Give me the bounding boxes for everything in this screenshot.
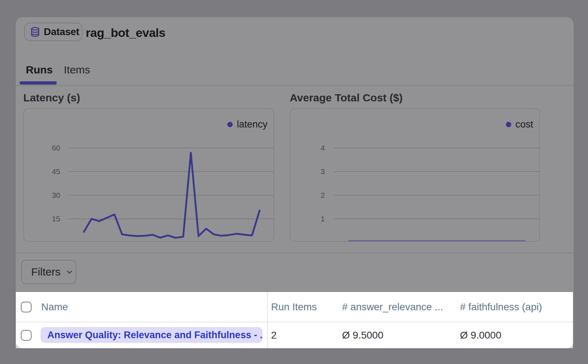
run-items-cell: 2 (271, 322, 277, 348)
svg-text:15: 15 (52, 215, 60, 223)
column-header-run-items: Run Items (271, 292, 317, 322)
database-icon (30, 27, 41, 37)
filters-button[interactable]: Filters (21, 260, 76, 284)
svg-text:4: 4 (321, 144, 325, 152)
cost-legend-label: cost (515, 119, 533, 130)
cost-legend: cost (506, 119, 533, 130)
run-name-link[interactable]: Answer Quality: Relevance and Faithfulne… (41, 327, 262, 343)
runs-table: Name Run Items # answer_relevance ... # … (16, 292, 574, 348)
tabs-divider (16, 85, 574, 86)
dataset-badge: Dataset (24, 23, 82, 41)
active-tab-indicator (20, 81, 57, 85)
select-all-checkbox[interactable] (21, 302, 32, 312)
badge-label: Dataset (44, 26, 79, 38)
svg-text:45: 45 (52, 167, 60, 176)
dim-overlay-bottom (0, 348, 588, 364)
latency-legend-label: latency (237, 119, 267, 130)
cost-chart-canvas: 1234 (290, 109, 540, 242)
charts-section-divider (16, 253, 574, 253)
dim-overlay-left (0, 292, 16, 348)
cost-chart-card: 1234 cost (290, 108, 540, 242)
svg-text:30: 30 (52, 191, 60, 199)
svg-text:60: 60 (52, 144, 60, 152)
column-header-name: Name (41, 292, 68, 322)
svg-text:1: 1 (321, 215, 325, 223)
tab-items[interactable]: Items (64, 64, 90, 76)
table-header-row: Name Run Items # answer_relevance ... # … (16, 292, 574, 322)
faithfulness-cell: Ø 9.0000 (460, 322, 501, 348)
dataset-panel: Dataset rag_bot_evals Runs Items Latency… (16, 17, 574, 348)
column-header-answer-relevance: # answer_relevance ... (342, 292, 443, 322)
page-title: rag_bot_evals (86, 26, 165, 40)
run-name-label: Answer Quality: Relevance and Faithfulne… (47, 330, 262, 341)
cost-chart-title: Average Total Cost ($) (290, 92, 403, 104)
cost-legend-dot-icon (506, 122, 511, 127)
svg-text:2: 2 (321, 191, 325, 199)
dim-overlay-right (573, 292, 588, 348)
column-header-faithfulness: # faithfulness (api) (460, 292, 542, 322)
svg-text:3: 3 (321, 167, 325, 176)
filters-button-label: Filters (31, 266, 61, 278)
latency-legend-dot-icon (227, 122, 233, 127)
answer-relevance-cell: Ø 9.5000 (342, 322, 383, 348)
tab-runs[interactable]: Runs (26, 64, 53, 76)
latency-chart-title: Latency (s) (23, 92, 80, 104)
row-checkbox[interactable] (21, 330, 32, 341)
latency-legend: latency (227, 119, 267, 130)
latency-chart-card: 15304560 latency (23, 108, 274, 242)
table-row: Answer Quality: Relevance and Faithfulne… (16, 322, 574, 348)
chevron-down-icon (65, 268, 74, 276)
